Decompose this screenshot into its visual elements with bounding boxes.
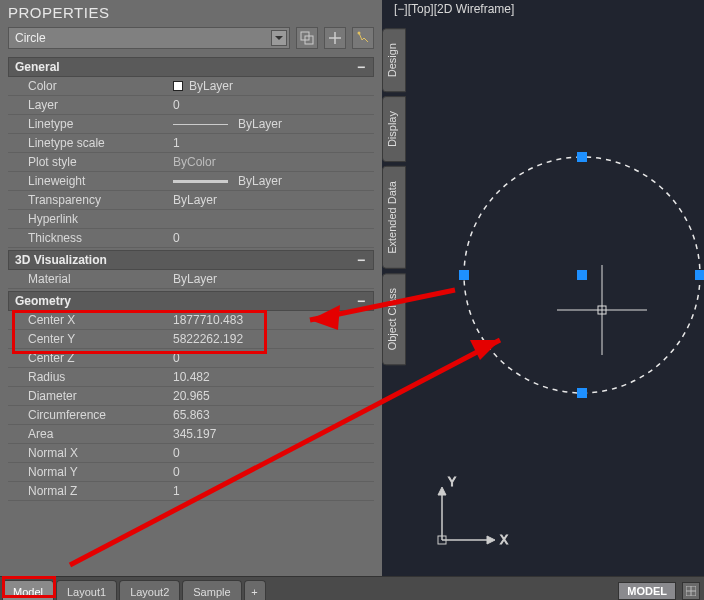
prop-row-plot-style[interactable]: Plot style ByColor (8, 153, 374, 172)
prop-label: Plot style (8, 155, 173, 169)
prop-label: Normal Z (8, 484, 173, 498)
viewport[interactable]: [−][Top][2D Wireframe] Design Display Ex… (382, 0, 704, 600)
prop-row-normal-z[interactable]: Normal Z 1 (8, 482, 374, 501)
prop-label: Circumference (8, 408, 173, 422)
prop-value: 1 (173, 136, 180, 150)
tab-layout2[interactable]: Layout2 (119, 580, 180, 600)
prop-row-material[interactable]: Material ByLayer (8, 270, 374, 289)
prop-value: ByLayer (189, 79, 233, 93)
section-geometry-title: Geometry (15, 294, 71, 308)
prop-value: 0 (173, 465, 180, 479)
section-general-header[interactable]: General − (8, 57, 374, 77)
prop-value: ByLayer (173, 272, 217, 286)
prop-value: 65.863 (173, 408, 210, 422)
grip-right[interactable] (695, 270, 704, 280)
prop-row-diameter[interactable]: Diameter 20.965 (8, 387, 374, 406)
prop-label: Linetype (8, 117, 173, 131)
properties-panel: PROPERTIES Circle General − Co (0, 0, 382, 600)
grip-bottom[interactable] (577, 388, 587, 398)
prop-label: Lineweight (8, 174, 173, 188)
color-swatch-icon (173, 81, 183, 91)
prop-value: ByLayer (238, 117, 282, 131)
tab-layout1[interactable]: Layout1 (56, 580, 117, 600)
section-viz-header[interactable]: 3D Visualization − (8, 250, 374, 270)
prop-label: Radius (8, 370, 173, 384)
prop-label: Material (8, 272, 173, 286)
prop-label: Diameter (8, 389, 173, 403)
prop-value: ByLayer (238, 174, 282, 188)
status-grid-icon[interactable] (682, 582, 700, 600)
svg-point-2 (358, 32, 361, 35)
prop-row-transparency[interactable]: Transparency ByLayer (8, 191, 374, 210)
prop-row-normal-y[interactable]: Normal Y 0 (8, 463, 374, 482)
prop-value: 345.197 (173, 427, 216, 441)
annotation-box-properties (12, 310, 267, 354)
collapse-icon[interactable]: − (355, 254, 367, 266)
prop-label: Transparency (8, 193, 173, 207)
cursor-crosshair (557, 265, 647, 355)
prop-label: Thickness (8, 231, 173, 245)
collapse-icon[interactable]: − (355, 295, 367, 307)
quick-select-button[interactable] (352, 27, 374, 49)
prop-value: 0 (173, 231, 180, 245)
toggle-pickadd-button[interactable] (296, 27, 318, 49)
prop-value: 0 (173, 446, 180, 460)
panel-title: PROPERTIES (0, 0, 382, 27)
grip-center[interactable] (577, 270, 587, 280)
chevron-down-icon[interactable] (271, 30, 287, 46)
prop-row-radius[interactable]: Radius 10.482 (8, 368, 374, 387)
prop-value: 10.482 (173, 370, 210, 384)
grip-left[interactable] (459, 270, 469, 280)
object-type-select[interactable]: Circle (8, 27, 290, 49)
prop-label: Linetype scale (8, 136, 173, 150)
lineweight-sample-icon (173, 180, 228, 183)
object-selector-row: Circle (0, 27, 382, 55)
prop-value: ByLayer (173, 193, 217, 207)
annotation-box-model-tab (2, 576, 56, 598)
axis-x-label: X (500, 533, 508, 547)
drawing-canvas[interactable]: X Y (382, 0, 704, 600)
collapse-icon[interactable]: − (355, 61, 367, 73)
prop-row-lineweight[interactable]: Lineweight ByLayer (8, 172, 374, 191)
prop-row-hyperlink[interactable]: Hyperlink (8, 210, 374, 229)
prop-label: Normal X (8, 446, 173, 460)
prop-label: Hyperlink (8, 212, 173, 226)
prop-label: Normal Y (8, 465, 173, 479)
prop-label: Layer (8, 98, 173, 112)
linetype-sample-icon (173, 124, 228, 125)
prop-row-linetype-scale[interactable]: Linetype scale 1 (8, 134, 374, 153)
svg-marker-9 (438, 487, 446, 495)
layout-tabs-bar: Model Layout1 Layout2 Sample + MODEL (0, 576, 704, 600)
section-geometry-header[interactable]: Geometry − (8, 291, 374, 311)
prop-row-linetype[interactable]: Linetype ByLayer (8, 115, 374, 134)
prop-value: ByColor (173, 155, 216, 169)
section-viz-title: 3D Visualization (15, 253, 107, 267)
prop-label: Color (8, 79, 173, 93)
object-type-value: Circle (15, 31, 46, 45)
axis-y-label: Y (448, 475, 456, 489)
grip-top[interactable] (577, 152, 587, 162)
svg-marker-7 (487, 536, 495, 544)
status-mode[interactable]: MODEL (618, 582, 676, 600)
prop-value: 0 (173, 98, 180, 112)
prop-row-layer[interactable]: Layer 0 (8, 96, 374, 115)
prop-row-thickness[interactable]: Thickness 0 (8, 229, 374, 248)
section-general-title: General (15, 60, 60, 74)
prop-row-circumference[interactable]: Circumference 65.863 (8, 406, 374, 425)
tab-add-layout[interactable]: + (244, 580, 266, 600)
prop-value: 20.965 (173, 389, 210, 403)
prop-label: Area (8, 427, 173, 441)
select-objects-button[interactable] (324, 27, 346, 49)
prop-row-normal-x[interactable]: Normal X 0 (8, 444, 374, 463)
ucs-icon: X Y (438, 475, 508, 547)
prop-row-area[interactable]: Area 345.197 (8, 425, 374, 444)
prop-value: 1 (173, 484, 180, 498)
prop-row-color[interactable]: Color ByLayer (8, 77, 374, 96)
tab-sample[interactable]: Sample (182, 580, 241, 600)
